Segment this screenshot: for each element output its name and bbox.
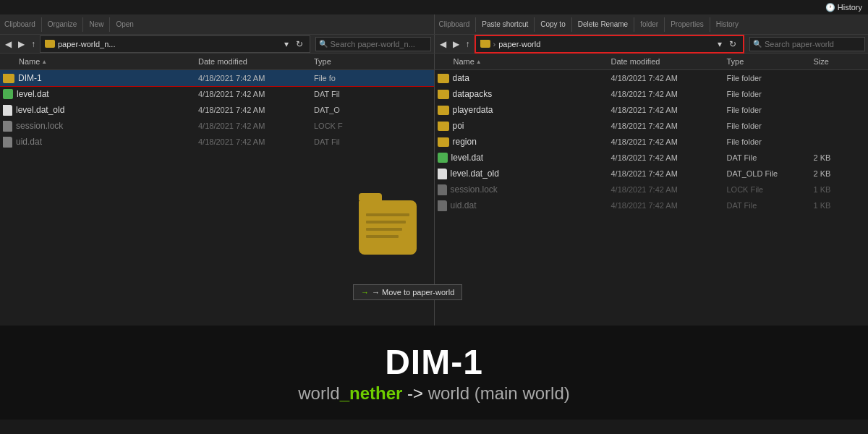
right-clipboard-label: Clipboard: [439, 20, 470, 28]
history-label: History: [838, 3, 862, 12]
table-row[interactable]: level.dat 4/18/2021 7:42 AM DAT File 2 K…: [435, 150, 869, 166]
right-col-size[interactable]: Size: [814, 57, 850, 66]
left-search-input[interactable]: [331, 40, 425, 48]
left-address-path: paper-world_n...: [58, 40, 116, 48]
top-bar: 🕐 History: [0, 0, 868, 14]
move-arrow-icon: →: [361, 288, 369, 297]
uid-icon: [3, 137, 12, 148]
right-col-name[interactable]: Name: [454, 57, 475, 66]
right-search-bar[interactable]: 🔍: [749, 37, 865, 51]
uid-icon: [438, 200, 447, 211]
left-forward-btn[interactable]: ▶: [16, 38, 27, 51]
left-organize-label: Organize: [48, 20, 77, 28]
table-row[interactable]: datapacks 4/18/2021 7:42 AM File folder: [435, 86, 869, 102]
left-folder-icon: [45, 40, 55, 48]
folder-icon: [438, 122, 449, 131]
properties-label: Properties: [671, 20, 704, 28]
right-folder-icon: [480, 40, 490, 48]
right-forward-btn[interactable]: ▶: [451, 38, 461, 51]
left-up-btn[interactable]: ↑: [29, 38, 38, 51]
left-search-icon: 🔍: [319, 40, 328, 48]
right-file-list: data 4/18/2021 7:42 AM File folder datap…: [435, 70, 869, 326]
dim-label: DIM-1: [385, 342, 483, 382]
left-col-name[interactable]: Name: [19, 57, 40, 66]
right-history-label: History: [716, 20, 739, 28]
table-row[interactable]: level.dat_old 4/18/2021 7:42 AM DAT_O: [0, 102, 434, 118]
subtitle-prefix: world: [298, 383, 339, 403]
right-col-type[interactable]: Type: [727, 57, 814, 66]
subtitle-suffix: (main world): [469, 383, 570, 403]
left-open-label: Open: [116, 20, 133, 28]
table-row[interactable]: poi 4/18/2021 7:42 AM File folder: [435, 118, 869, 134]
subtitle-arrow: ->: [402, 383, 427, 403]
table-row[interactable]: uid.dat 4/18/2021 7:42 AM DAT File 1 KB: [435, 197, 869, 213]
drag-tooltip: → → Move to paper-world: [353, 284, 462, 300]
left-col-date[interactable]: Date modified: [198, 57, 314, 66]
dat-icon: [438, 169, 447, 179]
subtitle-world: world: [428, 383, 469, 403]
folder-icon: [3, 74, 14, 83]
left-clipboard-label: Clipboard: [4, 20, 35, 28]
history-icon: 🕐: [825, 3, 835, 12]
left-refresh-btn[interactable]: ↻: [294, 38, 305, 51]
lock-icon: [438, 184, 447, 195]
subtitle-nether: _nether: [340, 383, 403, 403]
copy-to-btn[interactable]: Copy to: [540, 20, 565, 28]
mc-icon: [3, 89, 13, 99]
folder-icon: [438, 137, 449, 147]
folder-icon: [438, 90, 449, 99]
table-row[interactable]: DIM-1 4/18/2021 7:42 AM File fo: [0, 70, 434, 86]
table-row[interactable]: playerdata 4/18/2021 7:42 AM File folder: [435, 102, 869, 118]
bottom-overlay: DIM-1 world_nether -> world (main world): [0, 326, 868, 420]
folder-icon: [438, 74, 449, 83]
table-row[interactable]: region 4/18/2021 7:42 AM File folder: [435, 134, 869, 150]
left-dropdown-btn[interactable]: ▾: [282, 38, 291, 51]
right-dropdown-btn[interactable]: ▾: [715, 38, 724, 51]
left-back-btn[interactable]: ◀: [3, 38, 14, 51]
folder-icon: [438, 106, 449, 115]
right-address-path: paper-world: [498, 40, 540, 48]
left-col-type[interactable]: Type: [314, 57, 431, 66]
dim-subtitle: world_nether -> world (main world): [298, 383, 569, 404]
right-back-btn[interactable]: ◀: [438, 38, 448, 51]
right-search-input[interactable]: [765, 40, 859, 48]
table-row[interactable]: session.lock 4/18/2021 7:42 AM LOCK F: [0, 118, 434, 134]
left-new-label: New: [89, 20, 103, 28]
delete-rename-btn[interactable]: Delete Rename: [578, 20, 628, 28]
right-search-icon: 🔍: [753, 40, 762, 48]
table-row[interactable]: session.lock 4/18/2021 7:42 AM LOCK File…: [435, 182, 869, 197]
new-folder-label: folder: [640, 20, 658, 28]
drag-tooltip-text: → Move to paper-world: [372, 288, 454, 297]
paste-shortcut-btn[interactable]: Paste shortcut: [482, 20, 528, 28]
dat-icon: [3, 105, 12, 116]
left-sort-arrow: ▲: [41, 59, 47, 65]
table-row[interactable]: data 4/18/2021 7:42 AM File folder: [435, 70, 869, 86]
table-row[interactable]: uid.dat 4/18/2021 7:42 AM DAT Fil: [0, 134, 434, 150]
table-row[interactable]: level.dat 4/18/2021 7:42 AM DAT Fil: [0, 86, 434, 102]
table-row[interactable]: level.dat_old 4/18/2021 7:42 AM DAT_OLD …: [435, 166, 869, 182]
right-breadcrumb-separator: ›: [493, 40, 496, 48]
right-col-date[interactable]: Date modified: [611, 57, 727, 66]
mc-icon: [438, 153, 448, 163]
right-sort-arrow: ▲: [476, 59, 482, 65]
lock-icon: [3, 121, 12, 132]
left-search-bar[interactable]: 🔍: [315, 37, 431, 51]
right-refresh-btn[interactable]: ↻: [727, 38, 739, 51]
history-button[interactable]: 🕐 History: [825, 3, 862, 12]
right-up-btn[interactable]: ↑: [464, 38, 472, 51]
